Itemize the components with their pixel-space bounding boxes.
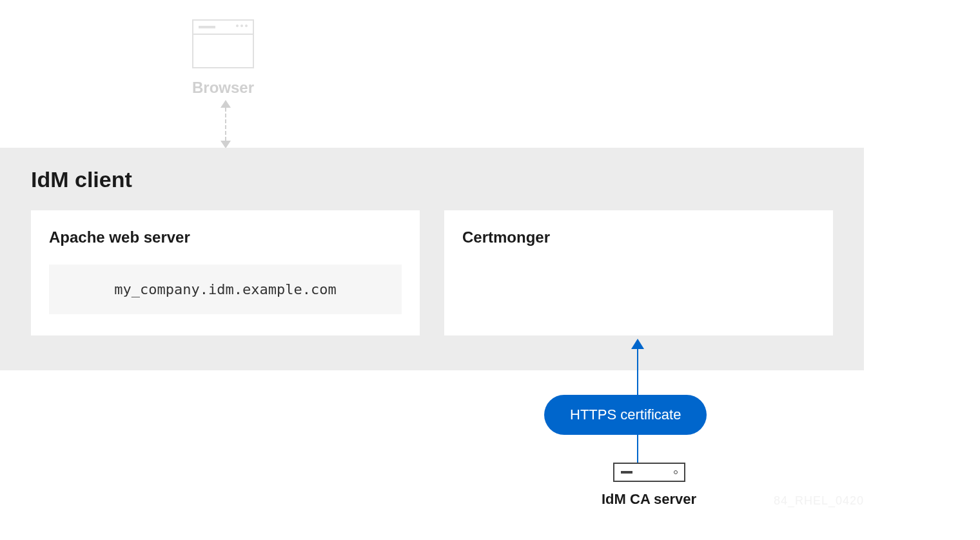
browser-label: Browser <box>192 79 254 97</box>
certmonger-card-title: Certmonger <box>462 228 815 246</box>
cards-row: Apache web server my_company.idm.example… <box>31 210 833 335</box>
server-light-icon <box>674 470 678 474</box>
https-certificate-badge: HTTPS certificate <box>544 395 707 435</box>
browser-dots-icon <box>236 25 248 27</box>
apache-card: Apache web server my_company.idm.example… <box>31 210 420 335</box>
server-icon <box>613 463 685 482</box>
ca-server-group: IdM CA server <box>602 463 696 508</box>
idm-client-panel: IdM client Apache web server my_company.… <box>0 148 864 370</box>
arrow-up-icon <box>220 100 231 108</box>
browser-icon <box>192 19 254 68</box>
browser-divider-icon <box>193 34 253 35</box>
browser-group: Browser <box>192 19 254 97</box>
watermark-text: 84_RHEL_0420 <box>774 494 864 508</box>
idm-client-title: IdM client <box>31 167 833 192</box>
server-slot-icon <box>621 471 632 474</box>
apache-hostname: my_company.idm.example.com <box>49 265 402 314</box>
arrow-line-icon <box>225 108 226 141</box>
bidirectional-arrow-icon <box>221 100 230 148</box>
browser-addressbar-icon <box>199 26 215 28</box>
blue-arrow-head-icon <box>631 339 644 349</box>
certmonger-card: Certmonger <box>444 210 833 335</box>
ca-server-label: IdM CA server <box>602 491 696 508</box>
apache-card-title: Apache web server <box>49 228 402 246</box>
